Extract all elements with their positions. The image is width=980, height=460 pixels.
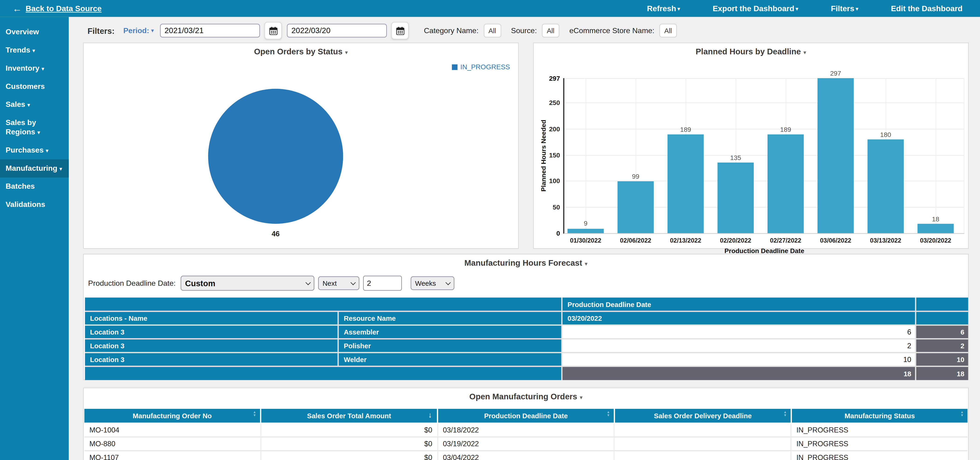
bar-value-label: 189: [767, 126, 804, 133]
sort-down-arrow: ▼: [961, 414, 964, 416]
caret-down-icon: ▾: [677, 6, 680, 12]
sidebar-item-label: Inventory: [6, 64, 41, 73]
sort-desc-icon[interactable]: ↓: [428, 411, 432, 420]
order-row: MO-880$003/19/2022IN_PROGRESS: [84, 436, 968, 450]
direction-select[interactable]: Next: [318, 276, 360, 290]
period-filter[interactable]: Period: ▾: [123, 26, 154, 35]
planned-hours-by-deadline-card: Planned Hours by Deadline▾ Planned Hours…: [533, 43, 969, 249]
period-count-input[interactable]: [363, 276, 402, 291]
sidebar-item-label: Sales: [6, 100, 27, 109]
caret-down-icon: ▾: [856, 6, 858, 12]
order-cell: MO-880: [84, 438, 261, 450]
sidebar-item-overview[interactable]: Overview: [0, 23, 69, 41]
sidebar-item-inventory[interactable]: Inventory ▾: [0, 59, 69, 78]
forecast-grand-total: 18: [916, 367, 968, 380]
sort-icon[interactable]: ▲▼: [783, 411, 787, 416]
bar-plot: 99918913518929718018: [563, 78, 964, 234]
sidebar-item-trends[interactable]: Trends ▾: [0, 41, 69, 59]
store-name-label: eCommerce Store Name:: [569, 26, 654, 35]
y-tick-label: 250: [534, 99, 560, 107]
open-manufacturing-orders-card: Open Manufacturing Orders▾ Manufacturing…: [83, 388, 969, 460]
unit-value: Weeks: [415, 279, 436, 287]
forecast-cell-location: Location 3: [85, 326, 337, 338]
orders-col-label: Manufacturing Status: [845, 412, 915, 419]
calendar-from-button[interactable]: [264, 22, 282, 40]
forecast-col-date[interactable]: 03/20/2022: [563, 312, 915, 325]
sort-icon[interactable]: ▲▼: [253, 411, 256, 416]
forecast-col-location[interactable]: Locations - Name: [85, 312, 337, 325]
forecast-col-resource[interactable]: Resource Name: [339, 312, 561, 325]
caret-down-icon: ▾: [41, 65, 44, 72]
forecast-title[interactable]: Manufacturing Hours Forecast▾: [84, 258, 968, 267]
orders-col-production-deadline-date[interactable]: Production Deadline Date▲▼: [438, 409, 614, 423]
x-tick-label: 03/06/2022: [811, 237, 861, 244]
orders-col-sales-order-delivery-deadline[interactable]: Sales Order Delivery Deadline▲▼: [615, 409, 791, 423]
caret-down-icon: ▾: [59, 166, 62, 172]
store-name-filter[interactable]: All: [659, 24, 677, 38]
orders-col-sales-order-total-amount[interactable]: Sales Order Total Amount↓: [261, 409, 437, 423]
date-from-input[interactable]: [160, 24, 260, 38]
sidebar-nav: OverviewTrends ▾Inventory ▾CustomersSale…: [0, 17, 69, 460]
order-cell: $0: [261, 438, 438, 450]
date-to-input[interactable]: [287, 24, 387, 38]
order-cell: $0: [261, 451, 438, 460]
sort-down-arrow: ▼: [607, 414, 610, 416]
orders-title[interactable]: Open Manufacturing Orders▾: [84, 392, 968, 401]
orders-col-manufacturing-status[interactable]: Manufacturing Status▲▼: [792, 409, 967, 423]
sidebar-item-validations[interactable]: Validations: [0, 196, 69, 214]
category-name-filter[interactable]: All: [484, 24, 501, 38]
caret-down-icon: ▾: [27, 102, 30, 108]
sidebar-item-customers[interactable]: Customers: [0, 78, 69, 96]
bar-value-label: 135: [717, 154, 754, 161]
legend-label: IN_PROGRESS: [460, 63, 510, 71]
forecast-grand-total-value: 18: [563, 367, 915, 380]
sort-icon[interactable]: ▲▼: [961, 411, 964, 416]
x-tick-label: 03/13/2022: [861, 237, 910, 244]
pie-legend[interactable]: IN_PROGRESS: [452, 63, 510, 71]
topbar-menu-refresh[interactable]: Refresh▾: [647, 4, 680, 13]
bar-chart-title[interactable]: Planned Hours by Deadline▾: [534, 47, 968, 56]
legend-swatch-icon: [452, 64, 457, 70]
orders-col-label: Manufacturing Order No: [133, 412, 212, 419]
sort-icon[interactable]: ▲▼: [607, 411, 610, 416]
orders-col-manufacturing-order-no[interactable]: Manufacturing Order No▲▼: [84, 409, 260, 423]
caret-down-icon: ▾: [46, 147, 49, 154]
sidebar-item-label: Trends: [6, 46, 32, 54]
forecast-cell-location: Location 3: [85, 353, 337, 366]
topbar-menu-filters[interactable]: Filters▾: [831, 4, 858, 13]
gridline-h: [565, 78, 964, 79]
caret-down-icon: ▾: [37, 129, 40, 136]
sidebar-item-purchases[interactable]: Purchases ▾: [0, 142, 69, 159]
sidebar-item-manufacturing[interactable]: Manufacturing ▾: [0, 159, 69, 178]
bar-value-label: 297: [817, 69, 854, 77]
forecast-header-spacer: [916, 298, 968, 311]
orders-table-header: Manufacturing Order No▲▼Sales Order Tota…: [84, 409, 968, 423]
bar-value-label: 18: [917, 215, 955, 223]
calendar-to-button[interactable]: [391, 22, 409, 40]
deadline-range-select[interactable]: Custom: [181, 276, 314, 291]
sidebar-item-batches[interactable]: Batches: [0, 178, 69, 196]
sidebar-item-label: Sales by Regions: [6, 118, 37, 136]
pie-chart-title[interactable]: Open Orders by Status▾: [84, 47, 518, 56]
forecast-cell-value: 10: [563, 353, 915, 366]
y-tick-label: 0: [534, 229, 560, 237]
main-content: Filters: Period: ▾: [69, 17, 980, 460]
deadline-range-value: Custom: [185, 279, 215, 288]
chevron-down-icon: [445, 280, 451, 285]
sidebar-item-sales-by-regions[interactable]: Sales by Regions ▾: [0, 114, 69, 142]
y-tick-label: 200: [534, 125, 560, 132]
order-cell: IN_PROGRESS: [791, 438, 967, 450]
topbar-menu-edit-the-dashboard[interactable]: Edit the Dashboard: [891, 4, 963, 13]
back-to-data-source-link[interactable]: ← Back to Data Source: [13, 3, 102, 14]
topbar-menu-export-the-dashboard[interactable]: Export the Dashboard▾: [713, 4, 798, 13]
sidebar-item-sales[interactable]: Sales ▾: [0, 96, 69, 114]
sort-down-arrow: ▼: [783, 414, 787, 416]
gridline-v: [964, 78, 964, 233]
order-row: MO-1107$003/04/2022IN_PROGRESS: [84, 450, 968, 460]
sidebar-item-label: Batches: [6, 182, 35, 191]
chevron-down-icon: [350, 280, 356, 285]
order-cell: IN_PROGRESS: [791, 451, 967, 460]
source-filter[interactable]: All: [542, 24, 559, 38]
pie-chart-title-label: Open Orders by Status: [254, 47, 342, 56]
unit-select[interactable]: Weeks: [411, 276, 455, 290]
